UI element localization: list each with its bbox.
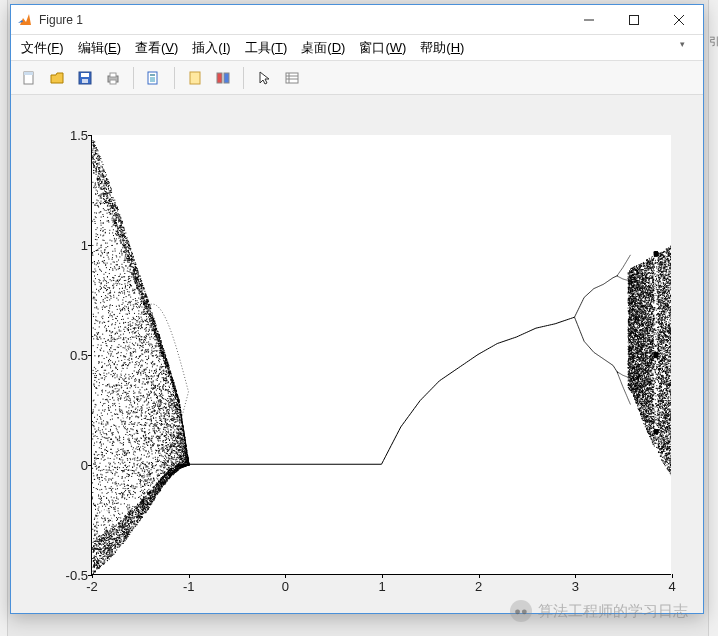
svg-rect-6962	[105, 466, 106, 467]
svg-rect-5281	[94, 541, 95, 542]
svg-rect-4249	[136, 469, 137, 470]
svg-rect-486	[124, 292, 125, 293]
svg-rect-3373	[169, 465, 170, 466]
menu-file[interactable]: 文件(F)	[21, 39, 64, 57]
svg-rect-10710	[635, 300, 636, 301]
svg-rect-5823	[110, 295, 111, 296]
save-button[interactable]	[73, 66, 97, 90]
new-file-button[interactable]	[17, 66, 41, 90]
svg-rect-12061	[667, 428, 668, 429]
svg-rect-13729	[656, 433, 657, 434]
svg-rect-5557	[94, 429, 95, 430]
svg-rect-5896	[141, 283, 142, 284]
svg-rect-6854	[139, 449, 140, 450]
menu-view[interactable]: 查看(V)	[135, 39, 178, 57]
svg-rect-5989	[159, 337, 160, 338]
svg-rect-920	[102, 415, 103, 416]
svg-rect-11639	[669, 325, 670, 326]
svg-rect-10056	[646, 289, 647, 290]
svg-rect-1883	[176, 457, 177, 458]
svg-rect-6833	[184, 434, 185, 435]
zoom-object-button[interactable]	[183, 66, 207, 90]
svg-rect-3776	[128, 400, 129, 401]
close-button[interactable]	[656, 6, 701, 34]
svg-rect-8028	[648, 429, 649, 430]
svg-rect-5631	[158, 436, 159, 437]
svg-rect-6520	[107, 547, 108, 548]
colorbar-button[interactable]	[211, 66, 235, 90]
svg-rect-12683	[657, 438, 658, 439]
open-file-button[interactable]	[45, 66, 69, 90]
svg-rect-2761	[112, 351, 113, 352]
axes[interactable]: -0.500.511.5-2-101234	[91, 135, 671, 575]
svg-rect-5560	[117, 540, 118, 541]
svg-rect-5378	[93, 503, 94, 504]
svg-rect-4779	[93, 147, 94, 148]
titlebar-dropdown-icon[interactable]: ▾	[675, 37, 689, 51]
svg-rect-12964	[639, 366, 640, 367]
data-cursor-button[interactable]	[280, 66, 304, 90]
svg-rect-13827	[634, 268, 635, 269]
svg-rect-4109	[109, 464, 110, 465]
svg-rect-3538	[128, 302, 129, 303]
svg-rect-6643	[102, 410, 103, 411]
svg-rect-3577	[127, 285, 128, 286]
svg-rect-3315	[135, 298, 136, 299]
svg-rect-6655	[187, 460, 188, 461]
svg-rect-5909	[95, 515, 96, 516]
svg-rect-13170	[635, 341, 636, 342]
svg-rect-5821	[150, 504, 151, 505]
menu-tools[interactable]: 工具(T)	[245, 39, 288, 57]
menu-window[interactable]: 窗口(W)	[359, 39, 406, 57]
svg-rect-4179	[104, 176, 105, 177]
svg-rect-4252	[178, 403, 179, 404]
svg-rect-5337	[179, 402, 180, 403]
svg-rect-6152	[123, 244, 124, 245]
pointer-button[interactable]	[252, 66, 276, 90]
svg-rect-6397	[99, 195, 100, 196]
menu-desktop[interactable]: 桌面(D)	[301, 39, 345, 57]
svg-rect-6238	[157, 340, 158, 341]
svg-rect-11281	[645, 310, 646, 311]
svg-rect-9379	[663, 282, 664, 283]
print-button[interactable]	[101, 66, 125, 90]
svg-rect-5127	[115, 339, 116, 340]
svg-rect-10496	[650, 278, 651, 279]
svg-rect-3663	[146, 351, 147, 352]
svg-rect-5504	[145, 432, 146, 433]
print-preview-button[interactable]	[142, 66, 166, 90]
svg-rect-4357	[93, 164, 94, 165]
plot-area[interactable]: -0.500.511.5-2-101234	[11, 95, 703, 613]
svg-rect-7434	[656, 440, 657, 441]
svg-rect-5099	[119, 535, 120, 536]
svg-rect-10359	[661, 440, 662, 441]
svg-rect-11657	[644, 318, 645, 319]
svg-rect-4185	[138, 417, 139, 418]
menu-help[interactable]: 帮助(H)	[420, 39, 464, 57]
minimize-button[interactable]	[566, 6, 611, 34]
svg-rect-6731	[123, 307, 124, 308]
svg-rect-1162	[107, 352, 108, 353]
svg-rect-13154	[632, 294, 633, 295]
svg-rect-12592	[663, 316, 664, 317]
svg-rect-12108	[670, 467, 671, 468]
menu-insert[interactable]: 插入(I)	[192, 39, 230, 57]
svg-rect-7309	[651, 322, 652, 323]
menu-edit[interactable]: 编辑(E)	[78, 39, 121, 57]
svg-rect-6975	[144, 336, 145, 337]
svg-rect-300	[173, 400, 174, 401]
window-controls	[566, 6, 701, 34]
svg-rect-5721	[138, 328, 139, 329]
svg-rect-12958	[654, 430, 655, 431]
svg-rect-7909	[639, 397, 640, 398]
maximize-button[interactable]	[611, 6, 656, 34]
svg-rect-2063	[109, 525, 110, 526]
svg-rect-6339	[176, 469, 177, 470]
svg-rect-9617	[658, 350, 659, 351]
svg-rect-6637	[154, 428, 155, 429]
svg-rect-1207	[176, 432, 177, 433]
svg-rect-4385	[130, 248, 131, 249]
svg-rect-8564	[653, 394, 654, 395]
svg-rect-1344	[127, 519, 128, 520]
svg-rect-5697	[122, 476, 123, 477]
